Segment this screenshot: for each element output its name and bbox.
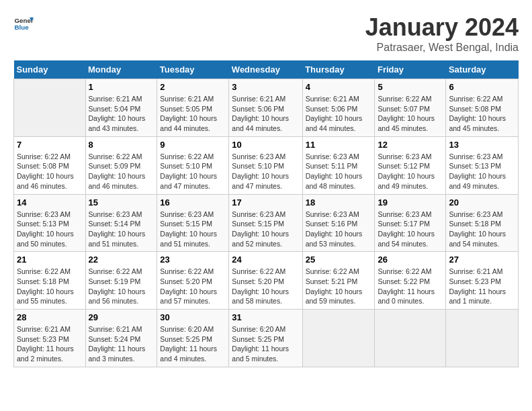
day-number: 8 [89, 140, 154, 150]
day-number: 19 [378, 197, 443, 208]
table-row: 13Sunrise: 6:23 AM Sunset: 5:13 PM Dayli… [446, 136, 519, 194]
table-row: 5Sunrise: 6:22 AM Sunset: 5:07 PM Daylig… [375, 79, 446, 137]
day-info: Sunrise: 6:22 AM Sunset: 5:20 PM Dayligh… [232, 267, 299, 306]
day-number: 13 [449, 140, 515, 150]
table-row: 2Sunrise: 6:21 AM Sunset: 5:05 PM Daylig… [157, 79, 229, 137]
day-info: Sunrise: 6:21 AM Sunset: 5:24 PM Dayligh… [89, 324, 154, 364]
day-number: 31 [232, 312, 299, 322]
table-row: 27Sunrise: 6:21 AM Sunset: 5:23 PM Dayli… [446, 252, 519, 310]
day-info: Sunrise: 6:22 AM Sunset: 5:20 PM Dayligh… [160, 267, 226, 306]
day-number: 28 [17, 312, 83, 322]
table-row: 30Sunrise: 6:20 AM Sunset: 5:25 PM Dayli… [157, 310, 229, 367]
day-info: Sunrise: 6:23 AM Sunset: 5:13 PM Dayligh… [449, 152, 515, 191]
header-saturday: Saturday [446, 60, 519, 79]
logo-icon: General Blue [13, 13, 34, 34]
calendar-table: Sunday Monday Tuesday Wednesday Thursday… [13, 60, 519, 367]
day-info: Sunrise: 6:23 AM Sunset: 5:18 PM Dayligh… [449, 210, 515, 249]
svg-text:Blue: Blue [15, 24, 30, 31]
header-tuesday: Tuesday [157, 60, 229, 79]
day-info: Sunrise: 6:22 AM Sunset: 5:08 PM Dayligh… [17, 152, 83, 191]
day-number: 30 [160, 312, 226, 322]
table-row: 19Sunrise: 6:23 AM Sunset: 5:17 PM Dayli… [375, 194, 446, 252]
table-row: 6Sunrise: 6:22 AM Sunset: 5:08 PM Daylig… [446, 79, 519, 137]
day-number: 4 [306, 82, 372, 92]
table-row [14, 79, 86, 137]
table-row: 23Sunrise: 6:22 AM Sunset: 5:20 PM Dayli… [157, 252, 229, 310]
table-row [446, 310, 519, 367]
day-info: Sunrise: 6:21 AM Sunset: 5:05 PM Dayligh… [160, 94, 226, 134]
table-row: 14Sunrise: 6:23 AM Sunset: 5:13 PM Dayli… [14, 194, 86, 252]
table-row: 11Sunrise: 6:23 AM Sunset: 5:11 PM Dayli… [302, 136, 375, 194]
title-section: January 2024 Patrasaer, West Bengal, Ind… [365, 13, 519, 54]
header-sunday: Sunday [14, 60, 86, 79]
day-number: 22 [89, 255, 154, 265]
table-row: 7Sunrise: 6:22 AM Sunset: 5:08 PM Daylig… [14, 136, 86, 194]
day-number: 18 [306, 197, 372, 208]
header-row: Sunday Monday Tuesday Wednesday Thursday… [14, 60, 519, 79]
day-number: 2 [160, 82, 226, 92]
header-monday: Monday [85, 60, 157, 79]
calendar-week-row: 1Sunrise: 6:21 AM Sunset: 5:04 PM Daylig… [14, 79, 519, 137]
table-row: 25Sunrise: 6:22 AM Sunset: 5:21 PM Dayli… [302, 252, 375, 310]
day-number: 12 [378, 140, 443, 150]
table-row: 10Sunrise: 6:23 AM Sunset: 5:10 PM Dayli… [229, 136, 302, 194]
day-info: Sunrise: 6:21 AM Sunset: 5:23 PM Dayligh… [17, 324, 83, 364]
table-row [375, 310, 446, 367]
day-number: 5 [378, 82, 443, 92]
table-row: 28Sunrise: 6:21 AM Sunset: 5:23 PM Dayli… [14, 310, 86, 367]
table-row: 3Sunrise: 6:21 AM Sunset: 5:06 PM Daylig… [229, 79, 302, 137]
day-number: 1 [89, 82, 154, 92]
table-row: 21Sunrise: 6:22 AM Sunset: 5:18 PM Dayli… [14, 252, 86, 310]
day-info: Sunrise: 6:23 AM Sunset: 5:17 PM Dayligh… [378, 210, 443, 249]
day-info: Sunrise: 6:23 AM Sunset: 5:13 PM Dayligh… [17, 210, 83, 249]
day-number: 9 [160, 140, 226, 150]
table-row [302, 310, 375, 367]
day-info: Sunrise: 6:22 AM Sunset: 5:07 PM Dayligh… [378, 94, 443, 134]
day-info: Sunrise: 6:23 AM Sunset: 5:10 PM Dayligh… [232, 152, 299, 191]
day-info: Sunrise: 6:23 AM Sunset: 5:14 PM Dayligh… [89, 210, 154, 249]
table-row: 15Sunrise: 6:23 AM Sunset: 5:14 PM Dayli… [85, 194, 157, 252]
day-info: Sunrise: 6:21 AM Sunset: 5:04 PM Dayligh… [89, 94, 154, 134]
table-row: 22Sunrise: 6:22 AM Sunset: 5:19 PM Dayli… [85, 252, 157, 310]
table-row: 8Sunrise: 6:22 AM Sunset: 5:09 PM Daylig… [85, 136, 157, 194]
day-number: 27 [449, 255, 515, 265]
day-info: Sunrise: 6:23 AM Sunset: 5:12 PM Dayligh… [378, 152, 443, 191]
day-number: 17 [232, 197, 299, 208]
header-wednesday: Wednesday [229, 60, 302, 79]
calendar-week-row: 7Sunrise: 6:22 AM Sunset: 5:08 PM Daylig… [14, 136, 519, 194]
day-info: Sunrise: 6:20 AM Sunset: 5:25 PM Dayligh… [232, 324, 299, 364]
day-info: Sunrise: 6:20 AM Sunset: 5:25 PM Dayligh… [160, 324, 226, 364]
table-row: 9Sunrise: 6:22 AM Sunset: 5:10 PM Daylig… [157, 136, 229, 194]
day-number: 15 [89, 197, 154, 208]
table-row: 16Sunrise: 6:23 AM Sunset: 5:15 PM Dayli… [157, 194, 229, 252]
day-info: Sunrise: 6:21 AM Sunset: 5:06 PM Dayligh… [232, 94, 299, 134]
day-number: 25 [306, 255, 372, 265]
day-info: Sunrise: 6:22 AM Sunset: 5:10 PM Dayligh… [160, 152, 226, 191]
day-info: Sunrise: 6:21 AM Sunset: 5:06 PM Dayligh… [306, 94, 372, 134]
day-number: 26 [378, 255, 443, 265]
header-friday: Friday [375, 60, 446, 79]
day-number: 21 [17, 255, 83, 265]
day-info: Sunrise: 6:23 AM Sunset: 5:15 PM Dayligh… [160, 210, 226, 249]
day-info: Sunrise: 6:22 AM Sunset: 5:22 PM Dayligh… [378, 267, 443, 306]
day-info: Sunrise: 6:22 AM Sunset: 5:09 PM Dayligh… [89, 152, 154, 191]
table-row: 18Sunrise: 6:23 AM Sunset: 5:16 PM Dayli… [302, 194, 375, 252]
logo: General Blue [13, 13, 34, 34]
table-row: 31Sunrise: 6:20 AM Sunset: 5:25 PM Dayli… [229, 310, 302, 367]
day-number: 7 [17, 140, 83, 150]
day-number: 10 [232, 140, 299, 150]
day-info: Sunrise: 6:22 AM Sunset: 5:19 PM Dayligh… [89, 267, 154, 306]
table-row: 12Sunrise: 6:23 AM Sunset: 5:12 PM Dayli… [375, 136, 446, 194]
calendar-week-row: 21Sunrise: 6:22 AM Sunset: 5:18 PM Dayli… [14, 252, 519, 310]
day-number: 14 [17, 197, 83, 208]
day-number: 11 [306, 140, 372, 150]
table-row: 24Sunrise: 6:22 AM Sunset: 5:20 PM Dayli… [229, 252, 302, 310]
day-info: Sunrise: 6:23 AM Sunset: 5:11 PM Dayligh… [306, 152, 372, 191]
table-row: 20Sunrise: 6:23 AM Sunset: 5:18 PM Dayli… [446, 194, 519, 252]
calendar-week-row: 14Sunrise: 6:23 AM Sunset: 5:13 PM Dayli… [14, 194, 519, 252]
day-info: Sunrise: 6:23 AM Sunset: 5:15 PM Dayligh… [232, 210, 299, 249]
table-row: 1Sunrise: 6:21 AM Sunset: 5:04 PM Daylig… [85, 79, 157, 137]
day-number: 24 [232, 255, 299, 265]
day-number: 29 [89, 312, 154, 322]
table-row: 26Sunrise: 6:22 AM Sunset: 5:22 PM Dayli… [375, 252, 446, 310]
